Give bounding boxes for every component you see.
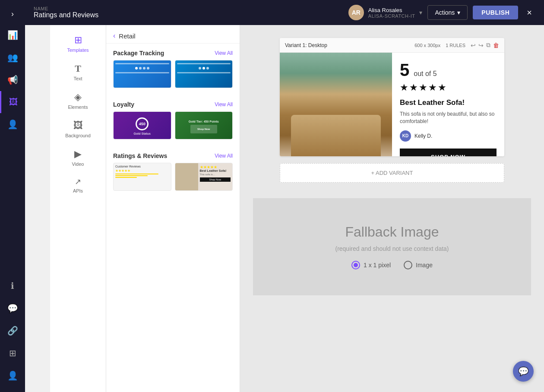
people-icon: 👤 [7,119,18,130]
fallback-pixel-label: 1 x 1 pixel [364,262,391,269]
package-tracking-template-2[interactable] [175,60,233,88]
sidebar-item-text[interactable]: T Text [50,58,106,86]
package-tracking-template-1[interactable] [113,60,171,88]
top-header: Name Ratings and Reviews AR Alisa Rosale… [25,0,544,25]
chat-button[interactable]: 💬 [513,361,534,382]
reviewer-name: Kelly D. [414,133,432,139]
ratings-template-2[interactable]: ★★★★★ Best Leather Sofa! This sofa is...… [175,163,233,191]
loyalty-view-all[interactable]: View All [215,101,233,107]
sidebar-item-apis[interactable]: ↗ APIs [50,172,106,199]
preview-content: 5 out of 5 ★★★★★ Best Leather Sofa! This… [280,53,504,156]
sidebar-item-background[interactable]: 🖼 Background [50,115,106,143]
actions-button[interactable]: Actions ▾ [427,5,468,20]
nav-item-grid[interactable]: ⊞ [0,342,25,364]
user-info[interactable]: AR Alisa Rosales ALISA-SCRATCH-IT ▾ [348,5,423,20]
nav-item-info[interactable]: ℹ [0,275,25,297]
fallback-title: Fallback Image [345,224,439,240]
nav-item-people[interactable]: 👤 [0,113,25,136]
grid-icon: ⊞ [9,348,16,358]
rating-row: 5 out of 5 [400,61,497,79]
fallback-options: 1 x 1 pixel Image [351,261,433,269]
package-tracking-view-all[interactable]: View All [215,50,233,56]
user-name: Alisa Rosales [368,7,415,13]
fallback-image-option[interactable]: Image [404,261,433,269]
campaigns-icon: 📢 [7,75,18,85]
back-button[interactable]: ‹ [113,32,115,40]
templates-label: Templates [67,47,89,53]
apis-icon: ↗ [75,177,81,187]
template-panel: ‹ Retail Package Tracking View All [106,25,240,392]
text-icon: T [75,63,81,74]
package-tracking-templates [106,60,240,95]
fallback-pixel-radio[interactable] [351,261,360,269]
reviewer: KD Kelly D. [400,130,497,142]
rating-number: 5 [400,61,409,79]
variant-rules: 1 RULES [446,43,465,48]
publish-button[interactable]: PUBLISH [473,6,518,19]
account-icon: 👤 [7,370,18,381]
sofa-image [280,53,392,156]
nav-expand-button[interactable]: › [0,4,25,24]
fallback-pixel-option[interactable]: 1 x 1 pixel [351,261,391,269]
nav-item-messages[interactable]: 💬 [0,297,25,319]
rating-out: out of 5 [414,70,436,78]
fallback-image-radio[interactable] [404,261,412,269]
sidebar-item-templates[interactable]: ⊞ Templates [50,29,106,58]
ratings-reviews-view-all[interactable]: View All [215,153,233,159]
copy-icon[interactable]: ⧉ [486,41,490,49]
product-title: Best Leather Sofa! [400,98,497,107]
add-variant-button[interactable]: + ADD VARIANT [280,163,504,183]
variant-header: Variant 1: Desktop 600 x 300px 1 RULES ↩… [280,38,504,53]
delete-icon[interactable]: 🗑 [493,42,499,49]
templates-icon: ⊞ [74,35,82,46]
document-name-section: Name Ratings and Reviews [34,6,98,19]
loyalty-templates: 450 Gold Status Gold Tier: 450 Points Sh… [106,111,240,146]
reviewer-avatar: KD [400,130,411,142]
close-button[interactable]: × [523,6,535,19]
user-subtitle: ALISA-SCRATCH-IT [368,13,415,19]
header-right: AR Alisa Rosales ALISA-SCRATCH-IT ▾ Acti… [348,5,535,20]
apis-label: APIs [73,188,83,193]
chevron-right-icon: › [11,9,14,19]
background-label: Background [65,133,91,138]
redo-icon[interactable]: ↪ [478,42,484,49]
product-description: This sofa is not only beautiful, but als… [400,111,497,125]
sofa-visual [280,53,392,156]
sidebar-item-elements[interactable]: ◈ Elements [50,86,106,115]
reviewer-initials: KD [402,133,408,138]
main-content: ⊞ Templates T Text ◈ Elements 🖼 Backgrou… [50,25,544,392]
integrations-icon: 🔗 [7,326,18,336]
fallback-subtitle: (required and should not use context dat… [335,245,449,252]
nav-item-images[interactable]: 🖼 [0,91,25,113]
undo-icon[interactable]: ↩ [471,42,476,49]
actions-label: Actions [435,9,455,16]
background-icon: 🖼 [73,120,83,131]
elements-icon: ◈ [74,92,82,103]
loyalty-header: Loyalty View All [106,95,240,111]
shop-now-button[interactable]: SHOP NOW [400,149,497,156]
user-text: Alisa Rosales ALISA-SCRATCH-IT [368,7,415,19]
nav-item-analytics[interactable]: 📊 [0,24,25,46]
analytics-icon: 📊 [7,30,18,40]
chevron-down-icon: ▾ [419,9,422,16]
nav-item-users[interactable]: 👥 [0,46,25,69]
loyalty-title: Loyalty [113,101,134,108]
left-sidebar: ⊞ Templates T Text ◈ Elements 🖼 Backgrou… [50,25,106,392]
elements-label: Elements [68,104,88,110]
name-label: Name [34,6,98,11]
loyalty-template-2[interactable]: Gold Tier: 450 Points Shop Now [175,111,233,139]
loyalty-template-1[interactable]: 450 Gold Status [113,111,171,139]
variant-card: Variant 1: Desktop 600 x 300px 1 RULES ↩… [280,38,504,156]
chat-icon: 💬 [518,366,529,376]
video-icon: ▶ [74,149,82,160]
images-icon: 🖼 [9,97,18,107]
product-info: 5 out of 5 ★★★★★ Best Leather Sofa! This… [392,53,504,156]
sidebar-item-video[interactable]: ▶ Video [50,143,106,172]
ratings-template-1[interactable]: Customer Reviews ★★★★★ [113,163,171,191]
nav-item-integrations[interactable]: 🔗 [0,319,25,342]
nav-item-account[interactable]: 👤 [0,364,25,387]
fallback-image-label: Image [416,262,433,269]
nav-item-campaigns[interactable]: 📢 [0,69,25,91]
info-icon: ℹ [11,281,14,291]
variant-meta: 600 x 300px 1 RULES ↩ ↪ ⧉ 🗑 [414,41,499,49]
